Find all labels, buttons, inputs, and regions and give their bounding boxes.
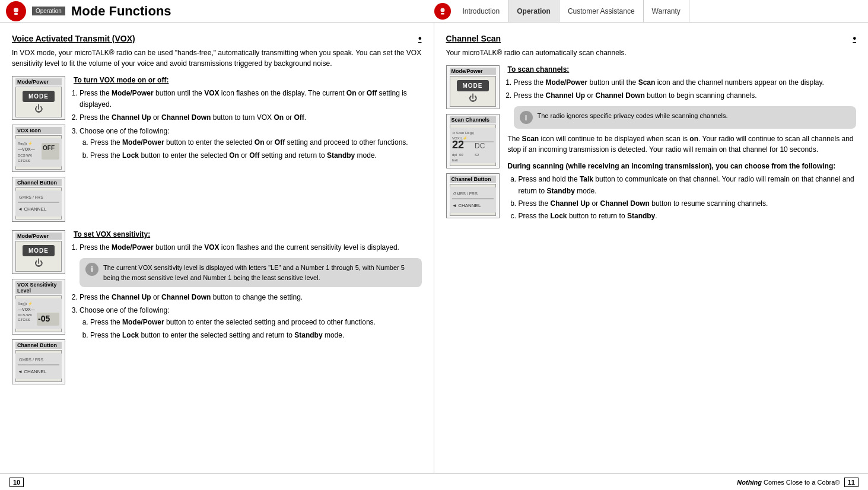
sub-step-item: Press the Mode/Power button to enter the…: [90, 137, 422, 148]
step-item: Press the Mode/Power button until the VO…: [80, 242, 422, 287]
svg-text:GMRS / FRS: GMRS / FRS: [453, 192, 478, 196]
vox-icon-label: VOX Icon: [15, 127, 62, 134]
step-item: Press the Channel Up or Channel Down but…: [514, 90, 857, 129]
during-scanning-heading: During scanning (while receiving an inco…: [508, 161, 857, 171]
scan-mode-power-box: Mode/Power MODE ⏻: [446, 65, 500, 109]
svg-text:DCS WX: DCS WX: [18, 313, 32, 317]
vox-sensitivity-images: Mode/Power MODE ⏻ VOX Sensitivity Level …: [12, 230, 65, 384]
mode-button-graphic-2: MODE: [23, 245, 55, 256]
channel-button-svg-1: GMRS / FRS ◄ CHANNEL: [15, 190, 62, 217]
page-number-right: 11: [844, 478, 859, 487]
nav-tabs: Introduction Operation Customer Assistan…: [454, 0, 689, 22]
mode-power-screen-1: MODE ⏻: [15, 87, 62, 117]
during-step-item: Press the Channel Up or Channel Down but…: [519, 198, 857, 209]
svg-text:batt: batt: [452, 158, 458, 162]
step-item: Choose one of the following: Press the M…: [80, 305, 422, 341]
svg-text:Reg)) ⚡: Reg)) ⚡: [18, 301, 33, 306]
footer-tagline: Nothing Comes Close to a Cobra®: [737, 479, 840, 486]
svg-text:GTCSS: GTCSS: [18, 159, 30, 163]
vox-sensitivity-subheading: To set VOX sensitivity:: [74, 230, 422, 238]
vox-icon-svg: Reg)) ⚡ —VOX— DCS WX GTCSS OFF: [15, 138, 62, 167]
svg-text:◄  CHANNEL: ◄ CHANNEL: [452, 203, 481, 208]
svg-text:dpl: dpl: [452, 153, 457, 157]
svg-rect-38: [450, 187, 496, 213]
vox-on-off-text: To turn VOX mode on or off: Press the Mo…: [74, 76, 422, 222]
vox-on-off-block: Mode/Power MODE ⏻ VOX Icon Reg)) ⚡ —VOX—: [12, 76, 422, 222]
svg-rect-13: [15, 190, 62, 217]
channel-button-box-1: Channel Button GMRS / FRS ◄ CHANNEL: [12, 177, 65, 222]
mode-icon-1: ⏻: [34, 104, 43, 113]
main-content: Voice Activated Transmit (VOX) In VOX mo…: [0, 23, 868, 473]
svg-rect-24: [15, 353, 62, 379]
mode-power-box-1: Mode/Power MODE ⏻: [12, 76, 65, 120]
vox-on-off-steps: Press the Mode/Power button until the VO…: [74, 88, 422, 161]
channel-button-screen-1: GMRS / FRS ◄ CHANNEL: [15, 187, 62, 219]
channel-button-svg-2: GMRS / FRS ◄ CHANNEL: [15, 353, 62, 379]
scan-channels-box: Scan Channels ➔ Scan Reg)) VOX L⚡ 22 DC …: [446, 114, 500, 168]
during-step-item: Press the Lock button to return to Stand…: [519, 211, 857, 222]
footer: 10 Nothing Comes Close to a Cobra® 11: [0, 473, 868, 490]
scan-instruction-text: To scan channels: Press the Mode/Power b…: [508, 65, 857, 223]
channel-button-label-2: Channel Button: [15, 342, 62, 349]
svg-rect-2: [14, 13, 18, 15]
vox-sensitivity-svg: Reg)) ⚡ —VOX— DCS WX GTCSS -05: [15, 298, 62, 329]
sub-step-item: Press the Mode/Power button to enter the…: [90, 317, 422, 328]
sub-step-item: Press the Lock button to enter the selec…: [90, 330, 422, 341]
vox-callout-box: i The current VOX sensitivity level is d…: [80, 258, 422, 287]
page-title: Mode Functions: [71, 4, 171, 19]
scan-mode-icon: ⏻: [469, 93, 477, 103]
vox-sensitivity-box: VOX Sensitivity Level Reg)) ⚡ —VOX— DCS …: [12, 279, 65, 335]
during-step-item: Press and hold the Talk button to commun…: [519, 174, 857, 196]
scan-steps: Press the Mode/Power button until the Sc…: [508, 77, 857, 129]
vox-sensitivity-screen: Reg)) ⚡ —VOX— DCS WX GTCSS -05: [15, 295, 62, 332]
sub-step-item: Press the Lock button to enter the selec…: [90, 150, 422, 161]
step-item: Press the Mode/Power button until the VO…: [80, 88, 422, 110]
svg-text:GMRS / FRS: GMRS / FRS: [19, 358, 43, 362]
mode-power-screen-2: MODE ⏻: [15, 241, 62, 272]
mode-icon-2: ⏻: [34, 258, 43, 268]
svg-text:GMRS / FRS: GMRS / FRS: [19, 195, 43, 199]
tab-operation[interactable]: Operation: [508, 0, 559, 22]
scan-mode-power-screen: MODE ⏻: [450, 76, 496, 107]
scan-channel-button-label: Channel Button: [450, 176, 496, 183]
tab-warranty[interactable]: Warranty: [644, 0, 689, 22]
right-column: Channel Scan Your microTALK® radio can a…: [434, 23, 869, 473]
scan-channels-screen: ➔ Scan Reg)) VOX L⚡ 22 DC dpl 00 S2 batt: [450, 125, 496, 166]
scan-mode-button: MODE: [457, 80, 489, 91]
vox-sensitivity-text: To set VOX sensitivity: Press the Mode/P…: [74, 230, 422, 384]
svg-point-4: [440, 8, 444, 12]
svg-point-1: [14, 8, 18, 12]
scan-channels-svg: ➔ Scan Reg)) VOX L⚡ 22 DC dpl 00 S2 batt: [450, 128, 496, 163]
scan-channel-button-box: Channel Button GMRS / FRS ◄ CHANNEL: [446, 173, 500, 218]
mode-power-label-2: Mode/Power: [15, 233, 62, 240]
footer-tagline-normal: Comes Close to a Cobra®: [762, 479, 840, 486]
scan-subheading: To scan channels:: [508, 65, 857, 74]
svg-text:◄  CHANNEL: ◄ CHANNEL: [18, 369, 47, 374]
vox-on-off-subheading: To turn VOX mode on or off:: [74, 76, 422, 84]
sub-steps: Press the Mode/Power button to enter the…: [80, 137, 422, 161]
svg-text:-05: -05: [38, 314, 50, 323]
sub-steps-2: Press the Mode/Power button to enter the…: [80, 317, 422, 341]
vox-sensitivity-steps: Press the Mode/Power button until the VO…: [74, 242, 422, 341]
channel-button-screen-2: GMRS / FRS ◄ CHANNEL: [15, 350, 62, 382]
tab-introduction[interactable]: Introduction: [454, 0, 509, 22]
svg-text:GTCSS: GTCSS: [18, 318, 30, 322]
operation-badge-left: Operation: [32, 7, 65, 15]
svg-text:—VOX—: —VOX—: [18, 307, 35, 311]
right-nav-half: Introduction Operation Customer Assistan…: [434, 0, 869, 22]
callout-icon-1: i: [85, 263, 98, 276]
left-column: Voice Activated Transmit (VOX) In VOX mo…: [0, 23, 434, 473]
footer-tagline-bold: Nothing: [737, 479, 762, 486]
vox-callout-text: The current VOX sensitivity level is dis…: [103, 263, 416, 282]
mode-power-label-1: Mode/Power: [15, 78, 62, 85]
scan-callout-text: The radio ignores specific privacy codes…: [538, 111, 728, 121]
svg-text:Reg)) ⚡: Reg)) ⚡: [18, 141, 33, 146]
mode-power-box-2: Mode/Power MODE ⏻: [12, 230, 65, 274]
tab-customer-assistance[interactable]: Customer Assistance: [559, 0, 644, 22]
scan-images: Mode/Power MODE ⏻ Scan Channels ➔ Scan R…: [446, 65, 500, 223]
scan-channel-button-screen: GMRS / FRS ◄ CHANNEL: [450, 184, 496, 216]
vox-on-off-images: Mode/Power MODE ⏻ VOX Icon Reg)) ⚡ —VOX—: [12, 76, 65, 222]
scan-callout-box: i The radio ignores specific privacy cod…: [514, 106, 857, 129]
channel-button-box-2: Channel Button GMRS / FRS ◄ CHANNEL: [12, 339, 65, 384]
footer-right: Nothing Comes Close to a Cobra® 11: [434, 478, 869, 487]
